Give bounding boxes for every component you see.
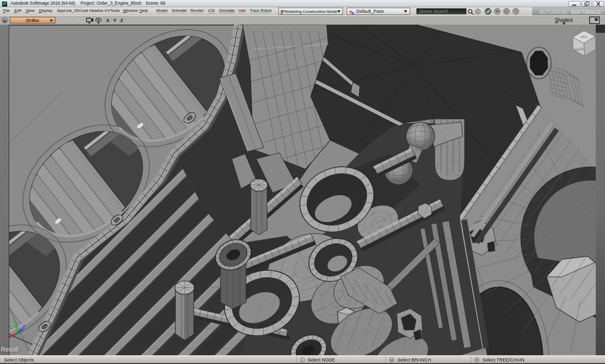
svg-text:Z: Z <box>23 324 26 329</box>
svg-text:C: C <box>476 10 479 13</box>
svg-text:TOP: TOP <box>580 35 588 38</box>
svg-text:Y: Y <box>14 320 17 325</box>
